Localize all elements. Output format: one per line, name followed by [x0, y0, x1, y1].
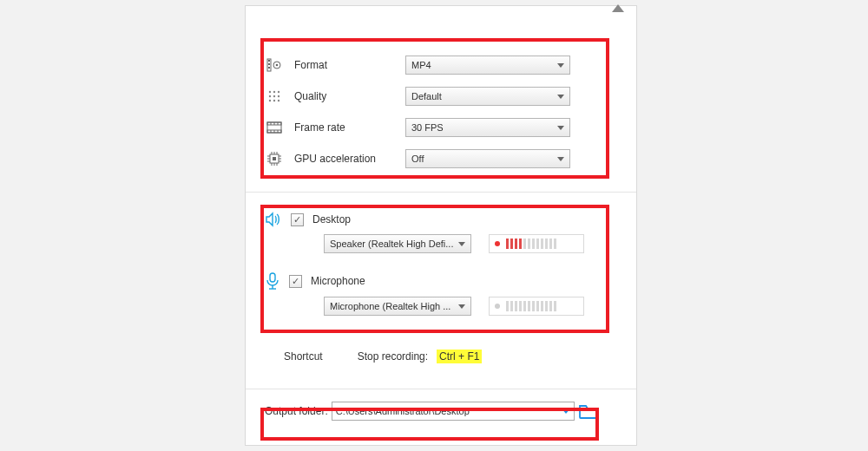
quality-dropdown[interactable]: Default — [405, 87, 570, 106]
svg-rect-3 — [268, 67, 270, 69]
svg-point-8 — [278, 91, 279, 93]
svg-point-9 — [269, 95, 271, 97]
svg-rect-38 — [270, 273, 275, 282]
gpu-label: GPU acceleration — [284, 153, 405, 165]
chevron-down-icon — [557, 126, 564, 130]
svg-rect-1 — [268, 60, 270, 62]
desktop-device-value: Speaker (Realtek High Defi... — [330, 239, 453, 249]
framerate-value: 30 FPS — [411, 122, 444, 133]
gpu-dropdown[interactable]: Off — [405, 149, 570, 168]
gpu-value: Off — [411, 154, 424, 164]
mic-audio-checkbox[interactable]: ✓ — [289, 275, 302, 288]
stop-recording-hotkey[interactable]: Ctrl + F1 — [437, 350, 482, 363]
svg-rect-25 — [273, 157, 276, 160]
desktop-audio-block: ✓ Desktop Speaker (Realtek High Defi... — [265, 212, 619, 253]
svg-point-14 — [278, 100, 279, 101]
audio-settings-group: ✓ Desktop Speaker (Realtek High Defi... — [246, 193, 636, 330]
quality-label: Quality — [284, 90, 405, 102]
chevron-down-icon — [557, 63, 564, 68]
video-settings-group: Format MP4 Quality Default Frame rate 30… — [246, 6, 636, 192]
checkmark-icon: ✓ — [292, 277, 299, 286]
format-row: Format MP4 — [265, 49, 619, 81]
mic-level-meter — [489, 297, 584, 316]
recording-dot-icon — [495, 304, 500, 309]
format-dropdown[interactable]: MP4 — [405, 56, 570, 75]
mic-device-dropdown[interactable]: Microphone (Realtek High ... — [324, 297, 471, 316]
desktop-device-dropdown[interactable]: Speaker (Realtek High Defi... — [324, 234, 471, 253]
chevron-down-icon — [458, 304, 465, 309]
chevron-down-icon — [557, 95, 564, 99]
format-value: MP4 — [411, 60, 431, 70]
framerate-dropdown[interactable]: 30 FPS — [405, 118, 570, 137]
chevron-down-icon — [458, 242, 465, 246]
desktop-audio-checkbox[interactable]: ✓ — [291, 213, 304, 226]
svg-rect-2 — [268, 63, 270, 65]
shortcut-row: Shortcut Stop recording: Ctrl + F1 — [246, 330, 636, 389]
filmstrip-icon — [265, 121, 284, 134]
stop-recording-label: Stop recording: — [358, 350, 428, 363]
svg-point-11 — [278, 95, 279, 97]
chip-icon — [265, 152, 284, 166]
gpu-row: GPU acceleration Off — [265, 143, 619, 174]
svg-point-13 — [273, 100, 275, 101]
svg-point-7 — [273, 91, 275, 93]
shortcut-heading: Shortcut — [284, 350, 323, 363]
recording-dot-icon — [495, 241, 500, 246]
output-folder-path: C:\Users\Administrator\Desktop — [336, 406, 470, 416]
chevron-down-icon — [562, 409, 570, 414]
settings-panel: Format MP4 Quality Default Frame rate 30… — [245, 5, 637, 446]
svg-point-6 — [269, 91, 271, 93]
mic-device-value: Microphone (Realtek High ... — [330, 301, 450, 311]
checkmark-icon: ✓ — [293, 215, 301, 225]
quality-value: Default — [411, 91, 442, 101]
browse-folder-button[interactable] — [578, 402, 601, 420]
framerate-row: Frame rate 30 FPS — [265, 112, 619, 143]
output-folder-row: Output folder: C:\Users\Administrator\De… — [246, 389, 636, 421]
framerate-label: Frame rate — [284, 121, 405, 134]
svg-point-5 — [276, 64, 279, 67]
chevron-down-icon — [557, 157, 564, 161]
speaker-icon — [265, 212, 282, 227]
mic-audio-label: Microphone — [311, 275, 365, 287]
svg-point-10 — [273, 95, 275, 97]
collapse-up-icon[interactable] — [612, 4, 624, 12]
microphone-icon — [265, 272, 280, 290]
desktop-audio-label: Desktop — [312, 213, 351, 226]
svg-point-12 — [269, 100, 271, 101]
output-folder-dropdown[interactable]: C:\Users\Administrator\Desktop — [332, 402, 575, 421]
format-label: Format — [284, 59, 405, 71]
quality-row: Quality Default — [265, 81, 619, 112]
desktop-level-meter — [489, 234, 584, 253]
quality-dots-icon — [265, 89, 284, 103]
film-gear-icon — [265, 57, 284, 73]
mic-audio-block: ✓ Microphone Microphone (Realtek High ..… — [265, 272, 619, 316]
output-folder-label: Output folder: — [265, 405, 328, 417]
